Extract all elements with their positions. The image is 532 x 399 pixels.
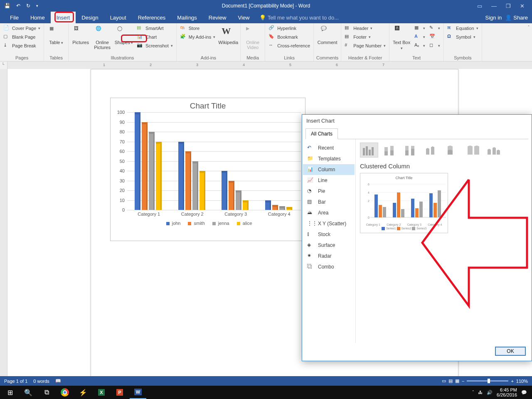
subtype-3d-100-stacked[interactable] <box>464 143 482 158</box>
zoom-in-icon[interactable]: + <box>511 379 513 384</box>
tab-insert[interactable]: Insert <box>51 12 76 23</box>
ruler-vertical[interactable] <box>0 69 7 376</box>
my-addins-button[interactable]: 🧩My Add-ins <box>179 33 216 41</box>
pictures-button[interactable]: 🖼Pictures <box>71 25 90 45</box>
qat-customize-icon[interactable]: ▾ <box>36 4 38 8</box>
shapes-button[interactable]: ◯Shapes <box>114 25 133 45</box>
sign-in-link[interactable]: Sign in <box>485 15 502 21</box>
subtype-stacked-column[interactable] <box>381 143 399 158</box>
store-button[interactable]: 🛍Store <box>179 25 216 32</box>
redo-icon[interactable]: ↻ <box>26 3 30 9</box>
tab-home[interactable]: Home <box>25 12 51 23</box>
ok-button[interactable]: OK <box>495 347 526 356</box>
network-icon[interactable]: 🖧 <box>478 390 483 395</box>
bookmark-button[interactable]: 🔖Bookmark <box>268 33 311 41</box>
header-button[interactable]: ▤Header <box>344 25 387 32</box>
symbol-button[interactable]: ΩSymbol <box>446 33 479 41</box>
subtype-3d-stacked[interactable] <box>443 143 461 158</box>
page-indicator[interactable]: Page 1 of 1 <box>4 379 27 384</box>
nav-radar[interactable]: ✷Radar <box>303 251 355 261</box>
collapse-ribbon-icon[interactable]: ˆ <box>528 25 530 30</box>
subtype-3d-clustered[interactable] <box>422 143 441 158</box>
word-icon[interactable]: W <box>130 386 146 399</box>
page-break-button[interactable]: ⤓Page Break <box>2 42 41 49</box>
subtype-clustered-column[interactable] <box>360 143 378 158</box>
zoom-level[interactable]: 110% <box>516 379 528 384</box>
smartart-button[interactable]: ▤SmartArt <box>136 25 174 32</box>
tray-up-icon[interactable]: ˆ <box>472 390 474 395</box>
tab-review[interactable]: Review <box>203 12 232 23</box>
wordart-button[interactable]: A <box>414 33 426 41</box>
share-button[interactable]: 👤 Share <box>505 15 528 21</box>
powerpoint-icon[interactable]: P <box>111 386 128 399</box>
date-time-button[interactable]: 📅 <box>429 33 441 41</box>
online-pictures-button[interactable]: 🌐Online Pictures <box>93 25 112 50</box>
table-button[interactable]: ▦Table <box>47 25 66 45</box>
nav-bar[interactable]: ▤Bar <box>303 197 355 207</box>
zoom-out-icon[interactable]: − <box>462 379 464 384</box>
footer-button[interactable]: ▤Footer <box>344 33 387 41</box>
nav-stock[interactable]: ⫿Stock <box>303 229 355 240</box>
task-view-icon[interactable]: ⧉ <box>38 386 55 399</box>
ruler-horizontal[interactable]: L 1234567 <box>0 62 532 69</box>
volume-icon[interactable]: 🔊 <box>487 390 493 395</box>
subtype-100-stacked-column[interactable] <box>401 143 420 158</box>
cover-page-button[interactable]: 📄Cover Page <box>2 25 41 32</box>
word-count[interactable]: 0 words <box>33 379 49 384</box>
action-center-icon[interactable]: 💬 <box>521 390 527 395</box>
object-button[interactable]: ◻ <box>429 42 441 49</box>
ribbon-display-icon[interactable]: ▭ <box>477 3 482 9</box>
tell-me-search[interactable]: 💡 Tell me what you want to do... <box>259 15 339 21</box>
nav-recent[interactable]: ↶Recent <box>303 143 355 153</box>
chart-object[interactable]: Chart Title 0102030405060708090100 Categ… <box>110 98 305 241</box>
cross-reference-button[interactable]: ↔Cross-reference <box>268 42 311 49</box>
screenshot-button[interactable]: 📷Screenshot <box>136 42 174 49</box>
drop-cap-button[interactable]: Aₐ <box>414 42 426 49</box>
nav-pie[interactable]: ◔Pie <box>303 186 355 197</box>
undo-icon[interactable]: ↶ <box>16 3 20 9</box>
wikipedia-button[interactable]: WWikipedia <box>219 25 238 45</box>
chrome-icon[interactable] <box>57 386 73 399</box>
tab-view[interactable]: View <box>232 12 255 23</box>
blank-page-button[interactable]: ▢Blank Page <box>2 33 41 41</box>
taskbar-clock[interactable]: 6:45 PM6/26/2016 <box>497 387 517 397</box>
chart-button[interactable]: 📊Chart <box>136 33 174 41</box>
tab-file[interactable]: File <box>4 12 25 23</box>
quick-parts-button[interactable]: ▦ <box>414 25 426 32</box>
column-subtypes <box>360 143 527 158</box>
nav-line[interactable]: 📈Line <box>303 175 355 186</box>
web-layout-icon[interactable]: ▦ <box>455 378 459 384</box>
equation-button[interactable]: πEquation <box>446 25 479 32</box>
text-box-button[interactable]: 🅰Text Box <box>392 25 411 51</box>
minimize-icon[interactable]: — <box>491 3 497 9</box>
tab-references[interactable]: References <box>132 12 171 23</box>
zoom-slider[interactable] <box>467 380 508 382</box>
spell-check-icon[interactable]: 📖 <box>55 378 61 384</box>
save-icon[interactable]: 💾 <box>4 3 10 9</box>
read-mode-icon[interactable]: ▭ <box>442 378 446 384</box>
print-layout-icon[interactable]: ▤ <box>448 378 453 384</box>
svg-text:6: 6 <box>368 183 369 186</box>
signature-line-button[interactable]: ✎ <box>429 25 441 32</box>
subtype-3d-column[interactable] <box>485 143 503 158</box>
close-icon[interactable]: ✕ <box>520 3 525 9</box>
nav-scatter[interactable]: ⋮⋮X Y (Scatter) <box>303 218 355 229</box>
search-icon[interactable]: 🔍 <box>20 386 37 399</box>
tab-layout[interactable]: Layout <box>104 12 132 23</box>
tab-mailings[interactable]: Mailings <box>171 12 203 23</box>
tab-design[interactable]: Design <box>76 12 104 23</box>
excel-icon[interactable]: X <box>93 386 110 399</box>
winamp-icon[interactable]: ⚡ <box>75 386 91 399</box>
nav-templates[interactable]: 📁Templates <box>303 153 355 164</box>
chart-preview[interactable]: Chart Title 6420 Category 1Category 2Cat… <box>360 173 448 233</box>
nav-column[interactable]: 📊Column <box>303 164 355 175</box>
page-number-button[interactable]: #Page Number <box>344 42 387 49</box>
start-button[interactable]: ⊞ <box>2 386 18 399</box>
nav-area[interactable]: ⛰Area <box>303 207 355 218</box>
dialog-tab-all-charts[interactable]: All Charts <box>305 128 338 139</box>
hyperlink-button[interactable]: 🔗Hyperlink <box>268 25 311 32</box>
nav-surface[interactable]: ◈Surface <box>303 240 355 251</box>
comment-button[interactable]: 💬Comment <box>318 25 337 45</box>
maximize-icon[interactable]: ❐ <box>506 3 511 9</box>
nav-combo[interactable]: ⿻Combo <box>303 261 355 272</box>
